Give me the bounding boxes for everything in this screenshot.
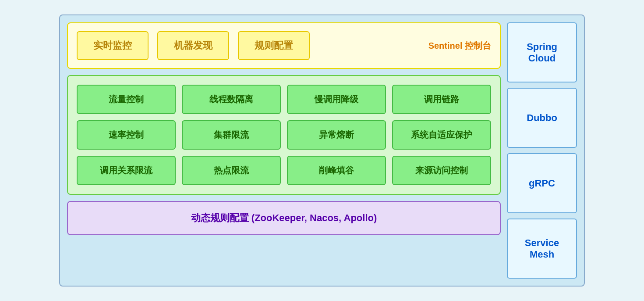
features-panel: 流量控制 线程数隔离 慢调用降级 调用链路 速率控制 集群限流 异常熔断 系统自… <box>67 75 501 195</box>
features-row-2: 速率控制 集群限流 异常熔断 系统自适应保护 <box>77 120 491 150</box>
dynamic-rules-panel: 动态规则配置 (ZooKeeper, Nacos, Apollo) <box>67 201 501 235</box>
sentinel-boxes: 实时监控 机器发现 规则配置 <box>77 31 424 60</box>
feature-adaptive-protect: 系统自适应保护 <box>392 120 491 150</box>
sentinel-box-monitor: 实时监控 <box>77 31 149 60</box>
feature-peak-shaving: 削峰填谷 <box>287 156 386 185</box>
feature-cluster-limit: 集群限流 <box>182 120 281 150</box>
feature-slow-call-degrade: 慢调用降级 <box>287 85 386 114</box>
main-content-area: 实时监控 机器发现 规则配置 Sentinel 控制台 流量控制 线程数隔离 慢… <box>67 22 501 279</box>
sentinel-box-discovery: 机器发现 <box>157 31 229 60</box>
features-row-1: 流量控制 线程数隔离 慢调用降级 调用链路 <box>77 85 491 114</box>
feature-flow-control: 流量控制 <box>77 85 176 114</box>
sentinel-panel: 实时监控 机器发现 规则配置 Sentinel 控制台 <box>67 22 501 69</box>
sidebar-grpc: gRPC <box>507 153 577 213</box>
feature-call-chain: 调用链路 <box>392 85 491 114</box>
sidebar-dubbo: Dubbo <box>507 88 577 148</box>
main-container: 实时监控 机器发现 规则配置 Sentinel 控制台 流量控制 线程数隔离 慢… <box>59 14 585 287</box>
features-row-3: 调用关系限流 热点限流 削峰填谷 来源访问控制 <box>77 156 491 185</box>
sidebar-service-mesh: Service Mesh <box>507 219 577 279</box>
sidebar-spring-cloud: Spring Cloud <box>507 22 577 82</box>
sentinel-box-rules: 规则配置 <box>238 31 310 60</box>
feature-exception-breaker: 异常熔断 <box>287 120 386 150</box>
sentinel-label: Sentinel 控制台 <box>428 40 491 52</box>
feature-source-access-control: 来源访问控制 <box>392 156 491 185</box>
feature-thread-isolation: 线程数隔离 <box>182 85 281 114</box>
feature-relation-limit: 调用关系限流 <box>77 156 176 185</box>
feature-rate-control: 速率控制 <box>77 120 176 150</box>
dynamic-rules-label: 动态规则配置 (ZooKeeper, Nacos, Apollo) <box>191 212 377 223</box>
sidebar: Spring Cloud Dubbo gRPC Service Mesh <box>507 22 577 279</box>
feature-hotspot-limit: 热点限流 <box>182 156 281 185</box>
